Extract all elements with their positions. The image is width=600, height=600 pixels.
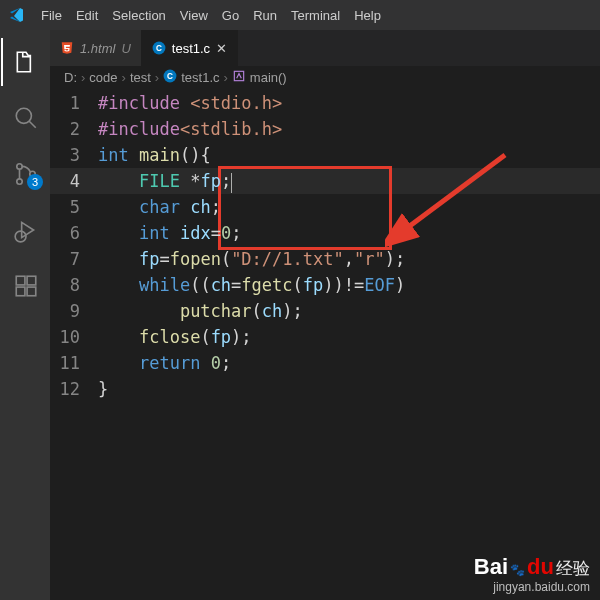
menu-run[interactable]: Run (253, 8, 277, 23)
chevron-right-icon: › (224, 70, 228, 85)
svg-text:C: C (167, 71, 173, 80)
breadcrumb-icon: C (163, 69, 177, 86)
breadcrumb-part[interactable]: D: (64, 70, 77, 85)
code-line[interactable]: 7 fp=fopen("D://1.txt","r"); (50, 246, 600, 272)
tab-1.html[interactable]: 1.html U (50, 30, 142, 66)
debug-icon[interactable] (1, 206, 49, 254)
svg-marker-5 (22, 222, 34, 237)
code-line[interactable]: 5 char ch; (50, 194, 600, 220)
menu-file[interactable]: File (41, 8, 62, 23)
code-line[interactable]: 11 return 0; (50, 350, 600, 376)
title-bar: FileEditSelectionViewGoRunTerminalHelp (0, 0, 600, 30)
activity-bar: 3 (0, 30, 50, 600)
line-number: 5 (50, 194, 98, 220)
menu-selection[interactable]: Selection (112, 8, 165, 23)
menu-go[interactable]: Go (222, 8, 239, 23)
svg-text:C: C (156, 44, 162, 53)
search-icon[interactable] (1, 94, 49, 142)
line-number: 9 (50, 298, 98, 324)
menu-edit[interactable]: Edit (76, 8, 98, 23)
code-line[interactable]: 3int main(){ (50, 142, 600, 168)
tab-modified-indicator: U (121, 41, 130, 56)
source-control-icon[interactable]: 3 (1, 150, 49, 198)
editor-group: 1.html U C test1.c ✕ D: ›code ›test ›Cte… (50, 30, 600, 600)
watermark: Bai🐾du经验 jingyan.baidu.com (474, 554, 590, 594)
editor-tabs: 1.html U C test1.c ✕ (50, 30, 600, 66)
close-icon[interactable]: ✕ (216, 41, 227, 56)
svg-rect-10 (27, 287, 36, 296)
svg-point-2 (17, 164, 22, 169)
line-number: 8 (50, 272, 98, 298)
breadcrumb-part[interactable]: code (89, 70, 117, 85)
scm-badge: 3 (27, 174, 43, 190)
breadcrumb-icon (232, 69, 246, 86)
menu-view[interactable]: View (180, 8, 208, 23)
code-line[interactable]: 12} (50, 376, 600, 402)
breadcrumb-part[interactable]: main() (250, 70, 287, 85)
code-editor[interactable]: 1#include <stdio.h>2#include<stdlib.h>3i… (50, 88, 600, 600)
breadcrumb-part[interactable]: test1.c (181, 70, 219, 85)
vscode-logo-icon (8, 7, 24, 23)
menu-help[interactable]: Help (354, 8, 381, 23)
tab-label: 1.html (80, 41, 115, 56)
code-line[interactable]: 9 putchar(ch); (50, 298, 600, 324)
code-line[interactable]: 8 while((ch=fgetc(fp))!=EOF) (50, 272, 600, 298)
svg-rect-9 (16, 287, 25, 296)
line-number: 10 (50, 324, 98, 350)
line-number: 11 (50, 350, 98, 376)
chevron-right-icon: › (155, 70, 159, 85)
tab-label: test1.c (172, 41, 210, 56)
chevron-right-icon: › (81, 70, 85, 85)
svg-point-0 (16, 108, 31, 123)
line-number: 1 (50, 90, 98, 116)
svg-rect-7 (16, 276, 25, 285)
breadcrumb-part[interactable]: test (130, 70, 151, 85)
chevron-right-icon: › (122, 70, 126, 85)
line-number: 6 (50, 220, 98, 246)
line-number: 3 (50, 142, 98, 168)
line-number: 12 (50, 376, 98, 402)
svg-rect-8 (27, 276, 36, 285)
code-line[interactable]: 6 int idx=0; (50, 220, 600, 246)
breadcrumb[interactable]: D: ›code ›test ›Ctest1.c ›main() (50, 66, 600, 88)
tab-test1.c[interactable]: C test1.c ✕ (142, 30, 238, 66)
svg-point-3 (17, 179, 22, 184)
menu-terminal[interactable]: Terminal (291, 8, 340, 23)
menu-bar: FileEditSelectionViewGoRunTerminalHelp (34, 8, 388, 23)
code-line[interactable]: 1#include <stdio.h> (50, 90, 600, 116)
explorer-icon[interactable] (1, 38, 49, 86)
line-number: 2 (50, 116, 98, 142)
code-line[interactable]: 2#include<stdlib.h> (50, 116, 600, 142)
code-line[interactable]: 10 fclose(fp); (50, 324, 600, 350)
code-line[interactable]: 4 FILE *fp; (50, 168, 600, 194)
line-number: 7 (50, 246, 98, 272)
extensions-icon[interactable] (1, 262, 49, 310)
line-number: 4 (50, 168, 98, 194)
svg-line-1 (29, 121, 36, 128)
